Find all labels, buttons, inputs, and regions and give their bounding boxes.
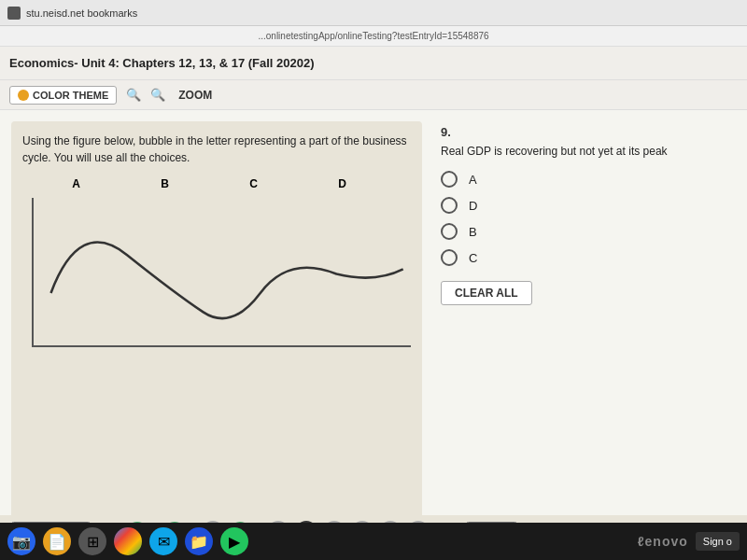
tab-favicon bbox=[7, 7, 21, 20]
business-cycle-graph bbox=[34, 198, 411, 345]
graph-label-d: D bbox=[338, 177, 346, 190]
instruction-text: Using the figure below, bubble in the le… bbox=[22, 133, 411, 166]
url-bar: ...onlinetestingApp/onlineTesting?testEn… bbox=[0, 26, 747, 47]
content-area: Using the figure below, bubble in the le… bbox=[0, 110, 747, 560]
course-title: Economics- Unit 4: Chapters 12, 13, & 17… bbox=[9, 56, 738, 70]
option-c-label: C bbox=[469, 251, 477, 265]
taskbar-video-icon[interactable]: 📷 bbox=[7, 527, 35, 555]
taskbar-docs-icon[interactable]: 📄 bbox=[43, 527, 71, 555]
graph-area bbox=[32, 198, 411, 347]
color-theme-label: COLOR THEME bbox=[33, 90, 108, 101]
url-text: ...onlinetestingApp/onlineTesting?testEn… bbox=[258, 31, 488, 41]
taskbar-right: ℓenovo Sign o bbox=[638, 532, 740, 551]
option-c[interactable]: C bbox=[441, 249, 732, 266]
question-number: 9. bbox=[441, 125, 732, 139]
radio-d[interactable] bbox=[441, 197, 458, 214]
color-theme-button[interactable]: COLOR THEME bbox=[9, 86, 117, 105]
taskbar: 📷 📄 ⊞ ✉ 📁 ▶ ℓenovo Sign o bbox=[0, 523, 747, 560]
option-a[interactable]: A bbox=[441, 171, 732, 188]
course-toolbar: Economics- Unit 4: Chapters 12, 13, & 17… bbox=[0, 47, 747, 80]
taskbar-apps-icon[interactable]: ⊞ bbox=[78, 527, 106, 555]
option-b[interactable]: B bbox=[441, 223, 732, 240]
lenovo-logo: ℓenovo bbox=[638, 534, 688, 549]
option-a-label: A bbox=[469, 173, 477, 187]
browser-tab-bar: stu.neisd.net bookmarks bbox=[0, 0, 747, 26]
option-d-label: D bbox=[469, 199, 477, 213]
search-icon-1[interactable]: 🔍 bbox=[126, 88, 141, 102]
taskbar-mail-icon[interactable]: ✉ bbox=[149, 527, 177, 555]
taskbar-play-icon[interactable]: ▶ bbox=[220, 527, 248, 555]
color-dot-icon bbox=[18, 90, 29, 101]
answer-options: A D B C bbox=[441, 171, 732, 266]
main-content: Using the figure below, bubble in the le… bbox=[0, 110, 747, 560]
taskbar-chrome-icon[interactable] bbox=[114, 527, 142, 555]
radio-b[interactable] bbox=[441, 223, 458, 240]
taskbar-folder-icon[interactable]: 📁 bbox=[185, 527, 213, 555]
sign-out-button[interactable]: Sign o bbox=[696, 532, 740, 551]
radio-c[interactable] bbox=[441, 249, 458, 266]
graph-label-c: C bbox=[249, 177, 258, 190]
radio-a[interactable] bbox=[441, 171, 458, 188]
left-panel: Using the figure below, bubble in the le… bbox=[11, 121, 422, 560]
option-d[interactable]: D bbox=[441, 197, 732, 214]
option-b-label: B bbox=[469, 225, 477, 239]
graph-label-a: A bbox=[72, 177, 80, 190]
question-subtitle: Real GDP is recovering but not yet at it… bbox=[441, 145, 732, 158]
graph-labels: A B C D bbox=[32, 177, 387, 190]
right-panel: 9. Real GDP is recovering but not yet at… bbox=[437, 121, 736, 560]
tab-text: stu.neisd.net bookmarks bbox=[26, 7, 137, 19]
clear-all-button[interactable]: CLEAR ALL bbox=[441, 281, 532, 305]
search-icon-2[interactable]: 🔍 bbox=[150, 88, 165, 102]
graph-label-b: B bbox=[161, 177, 169, 190]
tools-toolbar: COLOR THEME 🔍 🔍 ZOOM ✏️ ADD NOTE 📋 QUEST… bbox=[0, 80, 747, 110]
zoom-label: ZOOM bbox=[178, 89, 212, 102]
